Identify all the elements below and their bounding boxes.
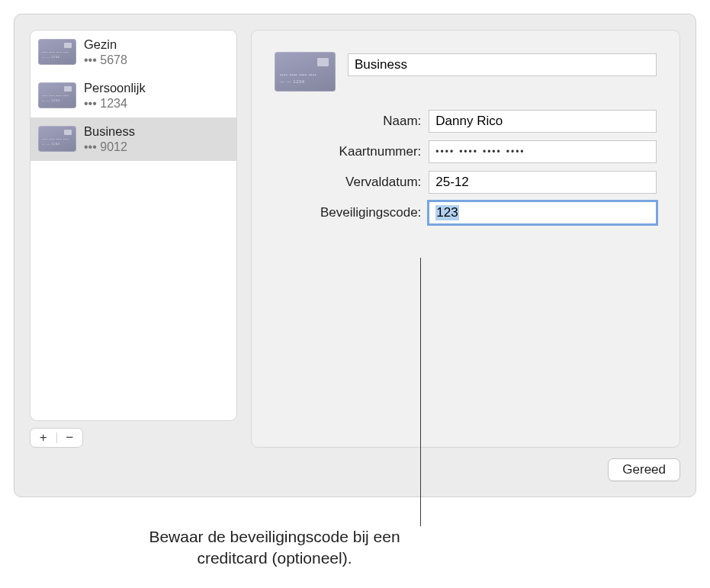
card-list: Gezin ••• 5678 Persoonlijk ••• 1234 Busi… xyxy=(30,30,237,421)
list-controls: + − xyxy=(30,428,83,448)
credit-card-icon xyxy=(38,126,76,152)
credit-card-icon xyxy=(38,39,76,65)
preferences-window: Gezin ••• 5678 Persoonlijk ••• 1234 Busi… xyxy=(14,14,696,497)
detail-panel: Naam: Kaartnummer: •••••••••••••••• Verv… xyxy=(251,30,680,448)
expiry-label: Vervaldatum: xyxy=(320,175,421,190)
security-code-value: 123 xyxy=(435,205,458,220)
card-title: Persoonlijk xyxy=(84,81,146,96)
credit-card-icon xyxy=(275,52,336,92)
card-text: Business ••• 9012 xyxy=(84,124,135,154)
add-card-button[interactable]: + xyxy=(31,429,56,447)
callout-text: Bewaar de beveiligingscode bij een credi… xyxy=(114,526,435,570)
credit-card-icon xyxy=(38,82,76,108)
card-number-label: Kaartnummer: xyxy=(320,144,421,159)
card-number-input[interactable]: •••••••••••••••• xyxy=(429,140,657,163)
card-item-persoonlijk[interactable]: Persoonlijk ••• 1234 xyxy=(31,74,236,117)
card-description-input[interactable] xyxy=(348,53,657,76)
card-title: Business xyxy=(84,124,135,140)
form-grid: Naam: Kaartnummer: •••••••••••••••• Verv… xyxy=(320,110,657,224)
card-number-mask: ••• 5678 xyxy=(84,53,127,67)
name-input[interactable] xyxy=(429,110,657,133)
detail-header xyxy=(275,52,657,92)
content-row: Gezin ••• 5678 Persoonlijk ••• 1234 Busi… xyxy=(30,30,680,448)
card-number-mask: ••• 9012 xyxy=(84,140,135,154)
callout-line xyxy=(420,258,421,526)
card-item-gezin[interactable]: Gezin ••• 5678 xyxy=(31,31,236,74)
remove-card-button[interactable]: − xyxy=(57,429,83,447)
security-code-label: Beveiligingscode: xyxy=(320,205,421,220)
expiry-input[interactable] xyxy=(429,171,657,194)
done-button[interactable]: Gereed xyxy=(608,458,680,481)
card-number-masked-value: •••••••••••••••• xyxy=(435,146,529,157)
card-text: Persoonlijk ••• 1234 xyxy=(84,81,146,111)
name-label: Naam: xyxy=(320,114,421,129)
card-text: Gezin ••• 5678 xyxy=(84,37,127,67)
footer: Gereed xyxy=(30,458,680,481)
security-code-input[interactable]: 123 xyxy=(429,201,657,224)
card-title: Gezin xyxy=(84,37,127,53)
card-number-mask: ••• 1234 xyxy=(84,96,146,111)
card-item-business[interactable]: Business ••• 9012 xyxy=(31,117,236,161)
sidebar: Gezin ••• 5678 Persoonlijk ••• 1234 Busi… xyxy=(30,30,237,448)
